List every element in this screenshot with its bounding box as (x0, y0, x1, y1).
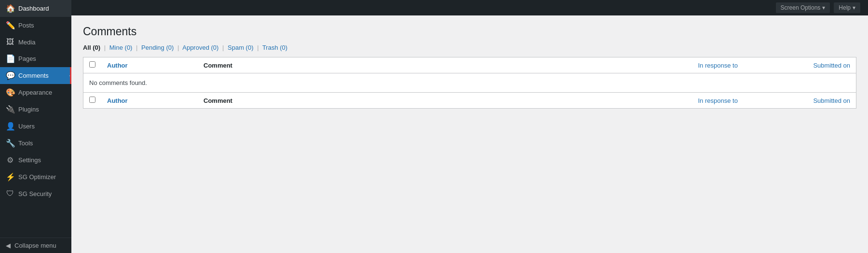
content-area: Comments All (0) | Mine (0) | Pending (0… (71, 15, 868, 253)
col-header-submitted-on: Submitted on (779, 57, 856, 73)
sidebar-item-appearance[interactable]: 🎨 Appearance (0, 84, 71, 101)
plugins-icon: 🔌 (6, 105, 14, 114)
topbar: Screen Options ▾ Help ▾ (71, 0, 868, 15)
sidebar-item-sg-optimizer[interactable]: ⚡ SG Optimizer (0, 169, 71, 185)
sidebar-item-tools[interactable]: 🔧 Tools (0, 135, 71, 152)
posts-icon: ✏️ (6, 21, 14, 30)
sidebar-item-label: Appearance (18, 89, 52, 96)
table-header-row: Author Comment In response to Submitted … (83, 57, 856, 73)
comments-icon: 💬 (6, 71, 14, 80)
sidebar-item-label: Users (18, 123, 35, 130)
help-chevron-icon: ▾ (853, 4, 855, 11)
sidebar-item-posts[interactable]: ✏️ Posts (0, 17, 71, 34)
table-footer-row: Author Comment In response to Submitted … (83, 93, 856, 109)
sidebar-item-users[interactable]: 👤 Users (0, 118, 71, 135)
collapse-icon: ◀ (6, 242, 11, 249)
author-sort-link-bottom[interactable]: Author (107, 97, 128, 104)
screen-options-button[interactable]: Screen Options ▾ (776, 2, 830, 13)
appearance-icon: 🎨 (6, 88, 14, 97)
sidebar-item-label: Posts (18, 22, 34, 29)
sidebar: 🏠 Dashboard ✏️ Posts 🖼 Media 📄 Pages 💬 C… (0, 0, 71, 253)
no-items-message: No comments found. (83, 73, 856, 93)
sidebar-item-label: Dashboard (18, 5, 49, 12)
select-all-checkbox-cell (83, 57, 102, 73)
select-all-checkbox-cell-bottom (83, 93, 102, 109)
help-label: Help (839, 4, 851, 11)
sidebar-item-label: Comments (18, 72, 49, 79)
sidebar-item-label: Media (18, 39, 35, 46)
filter-trash[interactable]: Trash (0) (262, 44, 287, 51)
screen-options-label: Screen Options (781, 4, 821, 11)
filter-pending[interactable]: Pending (0) (141, 44, 174, 51)
sidebar-item-sg-security[interactable]: 🛡 SG Security (0, 185, 71, 202)
sidebar-item-pages[interactable]: 📄 Pages (0, 50, 71, 67)
select-all-checkbox-bottom[interactable] (89, 97, 95, 103)
sidebar-item-comments[interactable]: 💬 Comments (0, 67, 71, 84)
select-all-checkbox[interactable] (89, 61, 95, 68)
active-arrow-indicator (69, 73, 71, 79)
sidebar-item-label: Plugins (18, 106, 39, 113)
sidebar-item-label: Tools (18, 140, 33, 147)
filter-spam[interactable]: Spam (0) (228, 44, 253, 51)
col-footer-author: Author (101, 93, 198, 109)
sidebar-item-label: SG Security (18, 190, 52, 197)
settings-icon: ⚙ (6, 155, 14, 165)
users-icon: 👤 (6, 122, 14, 131)
col-header-author: Author (101, 57, 198, 73)
page-title: Comments (83, 25, 856, 38)
sidebar-item-media[interactable]: 🖼 Media (0, 34, 71, 50)
sidebar-item-label: Pages (18, 55, 36, 62)
col-footer-in-response-to: In response to (692, 93, 779, 109)
filter-links: All (0) | Mine (0) | Pending (0) | Appro… (83, 44, 856, 51)
sidebar-item-label: SG Optimizer (18, 173, 56, 181)
collapse-label: Collapse menu (14, 242, 56, 249)
sidebar-item-plugins[interactable]: 🔌 Plugins (0, 101, 71, 118)
comments-table: Author Comment In response to Submitted … (83, 57, 856, 109)
col-footer-comment: Comment (198, 93, 692, 109)
sg-optimizer-icon: ⚡ (6, 172, 14, 182)
dashboard-icon: 🏠 (6, 4, 14, 13)
sidebar-item-settings[interactable]: ⚙ Settings (0, 152, 71, 169)
sg-security-icon: 🛡 (6, 189, 14, 198)
sidebar-item-label: Settings (18, 156, 41, 164)
screen-options-chevron-icon: ▾ (822, 4, 825, 11)
no-items-row: No comments found. (83, 73, 856, 93)
sidebar-item-dashboard[interactable]: 🏠 Dashboard (0, 0, 71, 17)
col-header-comment: Comment (198, 57, 692, 73)
col-header-in-response-to: In response to (692, 57, 779, 73)
author-sort-link[interactable]: Author (107, 62, 128, 69)
tools-icon: 🔧 (6, 139, 14, 148)
collapse-menu-button[interactable]: ◀ Collapse menu (0, 238, 71, 253)
filter-all[interactable]: All (0) (83, 44, 100, 51)
main-area: Screen Options ▾ Help ▾ Comments All (0)… (71, 0, 868, 253)
filter-approved[interactable]: Approved (0) (182, 44, 218, 51)
filter-mine[interactable]: Mine (0) (109, 44, 133, 51)
media-icon: 🖼 (6, 38, 14, 46)
pages-icon: 📄 (6, 54, 14, 63)
col-footer-submitted-on: Submitted on (779, 93, 856, 109)
help-button[interactable]: Help ▾ (834, 2, 860, 13)
